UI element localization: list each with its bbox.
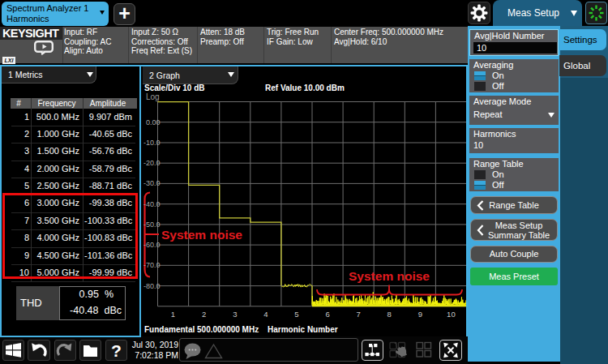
svg-text:10: 10: [447, 310, 456, 319]
svg-text:System noise: System noise: [349, 269, 430, 283]
svg-text:1: 1: [171, 310, 175, 319]
svg-text:-20.0: -20.0: [143, 159, 161, 167]
svg-text:System noise: System noise: [161, 228, 242, 242]
svg-text:-50.0: -50.0: [143, 221, 161, 229]
svg-text:-60.0: -60.0: [143, 241, 161, 249]
svg-text:-30.0: -30.0: [143, 179, 161, 187]
svg-text:4: 4: [263, 310, 268, 319]
svg-text:-40.0: -40.0: [143, 200, 161, 208]
svg-text:-80.0: -80.0: [143, 282, 161, 290]
svg-text:7: 7: [356, 310, 360, 319]
svg-text:-10.0: -10.0: [143, 139, 161, 147]
svg-text:2: 2: [202, 310, 206, 319]
svg-text:-70.0: -70.0: [143, 261, 161, 269]
svg-text:8: 8: [387, 310, 392, 319]
svg-text:9: 9: [418, 310, 422, 319]
svg-text:3: 3: [233, 310, 237, 319]
svg-text:6: 6: [325, 310, 329, 319]
svg-text:5: 5: [294, 310, 298, 319]
svg-text:0.00: 0.00: [146, 118, 161, 126]
